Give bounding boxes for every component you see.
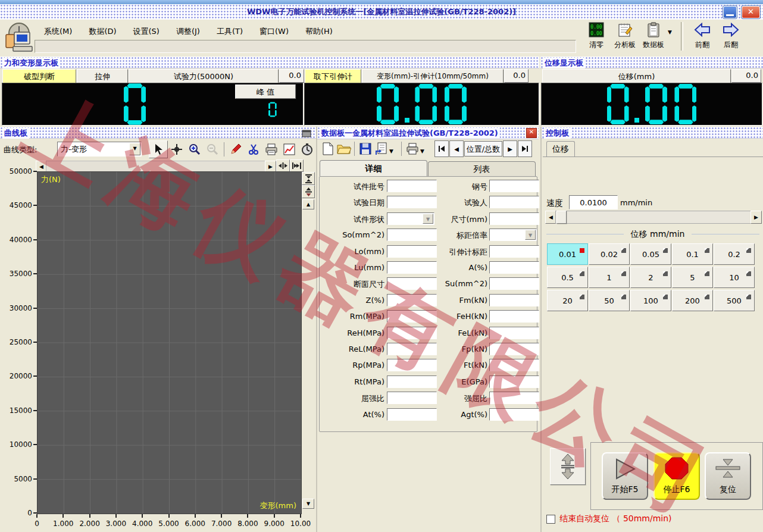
scissors-icon[interactable] [245,141,262,158]
field-input-引伸计标距[interactable] [489,245,539,258]
speed-button-5[interactable]: 5 [672,267,713,288]
speed-slider-track[interactable] [555,211,752,224]
speed-button-50[interactable]: 50 [589,290,630,311]
chart-scroll-right-icon[interactable]: ▶ [265,161,276,172]
toolbar-button-0[interactable]: 0.000.00清零 [582,21,611,50]
field-input-Fp(kN)[interactable] [489,343,539,355]
speed-button-200[interactable]: 200 [672,290,713,311]
timer-icon[interactable] [298,141,316,158]
start-button[interactable]: 开始F5 [602,452,648,500]
menu-item-6[interactable]: 帮助(H) [297,24,341,37]
close-button[interactable] [742,6,760,18]
toolbar-nav-1[interactable]: 后翻 [717,21,745,50]
chart-plot-area[interactable]: 力(N) 变形(mm) [37,171,302,514]
field-input-钢号[interactable] [489,180,539,192]
compress-x-icon[interactable] [276,159,290,172]
data-panel-close-icon[interactable]: ✕ [526,128,537,138]
cursor-tool-icon[interactable] [149,140,168,158]
nav-first-icon[interactable] [434,140,449,157]
chart-scroll-up-icon[interactable]: ▲ [302,199,314,209]
field-input-E(GPa)[interactable] [489,375,539,388]
expand-x-icon[interactable] [290,159,304,172]
slider-right-icon[interactable]: ▶ [751,211,762,224]
tensile-mode-button[interactable]: 拉伸 [77,69,128,84]
menu-item-2[interactable]: 设置(S) [125,24,168,37]
print-dropdown-icon[interactable]: ▼ [420,143,430,154]
field-input-Fm(kN)[interactable] [489,294,539,306]
speed-button-2[interactable]: 2 [630,267,671,288]
chart-hscroll-track[interactable] [46,161,266,172]
speed-button-100[interactable]: 100 [630,290,671,311]
speed-button-0.2[interactable]: 0.2 [714,243,755,265]
speed-button-20[interactable]: 20 [547,290,588,311]
chevron-down-icon[interactable]: ▼ [525,230,536,240]
form-row-11: Rp(MPa)Ft(kN) [317,359,539,372]
toolbar-nav-0[interactable]: 前翻 [688,21,717,50]
field-input-Agt(%)[interactable] [489,408,539,421]
field-input-FeH(kN)[interactable] [489,310,539,323]
curve-type-dropdown[interactable]: 力-变形 ▼ [57,142,142,157]
speed-button-0.1[interactable]: 0.1 [672,243,713,265]
y-tick-label: 10000 [5,440,32,449]
field-select-标距倍率[interactable]: ▼ [489,229,537,241]
speed-input[interactable] [569,195,618,209]
x-tick-label: 8.000 [233,520,262,528]
zoom-in-icon[interactable] [186,141,204,158]
compress-y-icon[interactable] [302,172,315,185]
speed-button-10[interactable]: 10 [714,267,755,288]
field-input-Su(mm^2)[interactable] [489,277,539,290]
nav-last-icon[interactable] [518,140,532,157]
jog-updown-button[interactable] [550,448,586,485]
menu-item-4[interactable]: 工具(T) [208,24,251,37]
field-input-Ft(kN)[interactable] [489,359,539,371]
speed-button-0.01[interactable]: 0.01 [547,243,588,265]
field-input-强屈比[interactable] [489,392,539,404]
speed-button-500[interactable]: 500 [714,290,755,311]
tab-list[interactable]: 列表 [428,161,536,176]
speed-slider-thumb[interactable] [556,211,567,224]
toolbar-dropdown-icon[interactable]: ▼ [668,21,677,35]
print-icon[interactable] [262,141,280,158]
tab-displacement[interactable]: 位移 [546,141,575,157]
curve-panel-title: 曲线板 [2,128,29,139]
restore-window-icon[interactable] [302,129,311,140]
menu-item-5[interactable]: 窗口(W) [251,24,297,37]
curve-chart-icon[interactable] [280,141,298,158]
new-file-icon[interactable] [320,141,336,157]
export-dropdown-icon[interactable]: ▼ [389,143,399,154]
crosshair-tool-icon[interactable] [168,141,186,158]
minimize-button[interactable] [723,6,737,18]
stop-button[interactable]: 停止F6 [653,452,700,500]
field-input-FeL(kN)[interactable] [489,327,539,339]
auto-reset-checkbox[interactable] [546,515,555,524]
nav-prev-icon[interactable]: ◀ [449,140,464,157]
break-judge-button[interactable]: 破型判断 [2,69,76,84]
data-print-icon[interactable] [404,141,420,157]
export-report-icon[interactable] [373,141,389,157]
chart-scroll-down-icon[interactable]: ▼ [302,499,314,509]
reset-button[interactable]: 复位 [705,452,751,500]
field-input-试验人[interactable] [489,196,539,208]
menu-item-0[interactable]: 系统(M) [36,24,80,37]
toolbar-button-2[interactable]: 数据板 [639,21,668,50]
field-input-尺寸(mm)[interactable] [489,212,539,225]
menu-item-3[interactable]: 调整(J) [168,24,208,37]
open-folder-icon[interactable] [336,141,352,157]
save-icon[interactable] [357,141,373,157]
speed-button-0.5[interactable]: 0.5 [547,267,588,288]
speed-button-1[interactable]: 1 [589,267,630,288]
seg-digit [445,84,467,124]
autoscale-y-icon[interactable] [302,185,315,198]
speed-button-0.05[interactable]: 0.05 [630,243,671,265]
menu-item-1[interactable]: 数据(D) [80,24,124,37]
field-input-A(%)[interactable] [489,261,539,274]
toolbar-button-1[interactable]: 分析板 [611,21,639,50]
speed-button-0.02[interactable]: 0.02 [589,243,630,265]
remove-extensometer-button[interactable]: 取下引伸计 [305,69,361,84]
tab-detail[interactable]: 详细 [320,160,427,176]
pen-tool-icon[interactable] [227,141,245,158]
peak-button[interactable]: 峰 值 [235,85,296,99]
nav-next-icon[interactable]: ▶ [503,140,517,157]
chevron-down-icon[interactable]: ▼ [129,143,140,155]
zoom-out-icon[interactable] [204,141,221,158]
